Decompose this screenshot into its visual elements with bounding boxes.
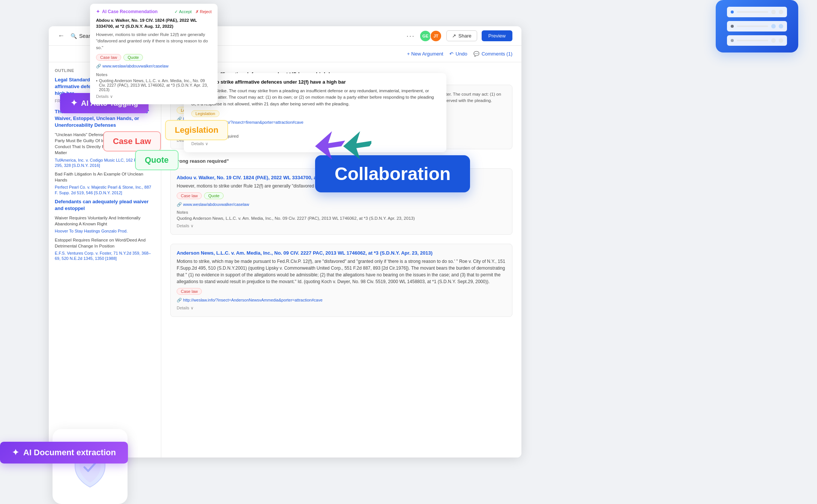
ai-popup-details[interactable]: Details ∨ bbox=[96, 94, 212, 99]
feature-tag-legislation[interactable]: Legislation bbox=[165, 120, 228, 140]
card-dot2 bbox=[731, 25, 734, 28]
more-button[interactable]: ··· bbox=[406, 32, 415, 40]
card-line3 bbox=[737, 40, 768, 41]
comments-button[interactable]: 💬 Comments (1) bbox=[473, 51, 512, 57]
card-line2 bbox=[737, 26, 768, 27]
ai-popup-link[interactable]: 🔗 www.weslaw/abdouvwalker/caselaw bbox=[96, 64, 212, 69]
cite2-details[interactable]: Details ∨ bbox=[177, 306, 506, 310]
ai-tag-caselaw[interactable]: Case law bbox=[96, 54, 121, 61]
shield-card bbox=[53, 429, 128, 504]
card-circle6 bbox=[779, 38, 783, 43]
autotag-sparkle-icon: ✦ bbox=[71, 98, 77, 108]
ai-popup-title: ✦ AI Case Recommendation bbox=[96, 9, 158, 14]
feature-card bbox=[716, 0, 798, 52]
top-bar-right: ··· GE JT ↗ Share Preview bbox=[406, 30, 512, 42]
card-circle2 bbox=[779, 10, 783, 14]
docextract-label: AI Document extraction bbox=[23, 448, 116, 458]
leg-heading: : motions to strike affirmative defences… bbox=[191, 79, 439, 85]
ai-link-icon: 🔗 bbox=[96, 64, 101, 68]
ai-popup-note: • Quoting Anderson News, L.L.C. v. Am. M… bbox=[96, 78, 212, 92]
link-icon3: 🔗 bbox=[177, 298, 182, 302]
cite-text-2: Motions to strike, which may be made pur… bbox=[177, 258, 506, 285]
ai-popup-case: Abdou v. Walker, No. 19 CIV. 1824 (PAE),… bbox=[96, 17, 212, 29]
cite1-tag-row: Case law Quote bbox=[177, 192, 506, 199]
feature-tag-quote[interactable]: Quote bbox=[135, 150, 179, 170]
sidebar-case-4[interactable]: E.F.S. Ventures Corp. v. Foster, 71 N.Y.… bbox=[55, 250, 155, 261]
ai-popup-header: ✦ AI Case Recommendation ✓ Accept ✗ Reje… bbox=[96, 9, 212, 14]
share-icon: ↗ bbox=[452, 33, 456, 39]
leg-tag-row: Legislation bbox=[191, 110, 439, 117]
cursor-arrows bbox=[311, 128, 371, 165]
ai-popup-actions: ✓ Accept ✗ Reject bbox=[174, 9, 212, 14]
docextract-sparkle-icon: ✦ bbox=[12, 448, 19, 458]
svg-marker-0 bbox=[315, 131, 345, 159]
cite-title-2[interactable]: Anderson News, L.L.C. v. Am. Media, Inc.… bbox=[177, 250, 506, 256]
tag-caselaw-2[interactable]: Case law bbox=[177, 288, 202, 295]
sidebar-item-3[interactable]: Waiver Requires Voluntarily And Intentio… bbox=[55, 215, 155, 227]
cite2-tag-row: Case law bbox=[177, 288, 506, 295]
sidebar-case-2[interactable]: Perfect Pearl Co. v. Majestic Pearl & St… bbox=[55, 184, 155, 195]
card-line bbox=[737, 11, 768, 13]
card-dot bbox=[731, 10, 734, 14]
sidebar: Outline Legal Standard is high: motions … bbox=[49, 62, 161, 458]
sidebar-case-3[interactable]: Hoover To Stay Hastings Gonzalo Prod. bbox=[55, 228, 155, 234]
cite-block-2: Anderson News, L.L.C. v. Am. Media, Inc.… bbox=[170, 244, 512, 317]
card-row-3 bbox=[727, 35, 787, 46]
card-circle4 bbox=[779, 24, 783, 28]
ai-tag-quote[interactable]: Quote bbox=[123, 54, 143, 61]
card-row-2 bbox=[727, 21, 787, 32]
undo-icon: ↶ bbox=[449, 51, 454, 57]
card-circle5 bbox=[771, 38, 776, 43]
leg-link[interactable]: 🔗 http://weslaw.info/?insect=fireman&por… bbox=[191, 120, 439, 125]
preview-button[interactable]: Preview bbox=[482, 30, 512, 41]
ai-case-popup: ✦ AI Case Recommendation ✓ Accept ✗ Reje… bbox=[90, 4, 218, 104]
ai-docextract-button[interactable]: ✦ AI Document extraction bbox=[0, 442, 128, 464]
card-circle3 bbox=[771, 24, 776, 28]
card-dot3 bbox=[731, 39, 734, 42]
cite-link-1[interactable]: 🔗 www.weslaw/abdouvwalker/caselaw bbox=[177, 202, 506, 207]
share-button[interactable]: ↗ Share bbox=[446, 30, 477, 41]
card-circle bbox=[771, 10, 776, 14]
bullet-icon: • bbox=[96, 78, 98, 83]
search-icon: 🔍 bbox=[71, 33, 77, 39]
undo-button[interactable]: ↶ Undo bbox=[449, 51, 467, 57]
sparkle-icon: ✦ bbox=[96, 9, 100, 14]
tag-caselaw-1[interactable]: Case law bbox=[177, 192, 202, 199]
outline-section3[interactable]: Defendants can adequately plead waiver a… bbox=[55, 198, 155, 212]
sidebar-item-4[interactable]: Estoppel Requires Reliance on Word/Deed … bbox=[55, 237, 155, 249]
accept-button[interactable]: ✓ Accept bbox=[174, 9, 192, 14]
ai-notes-label: Notes bbox=[96, 72, 212, 77]
sidebar-item-2[interactable]: Bad Faith Litigation Is An Example Of Un… bbox=[55, 171, 155, 183]
leg-tag[interactable]: Legislation bbox=[191, 110, 219, 117]
check-icon: ✓ bbox=[174, 9, 178, 14]
ai-popup-tags: Case law Quote bbox=[96, 54, 212, 61]
ai-popup-text: However, motions to strike under Rule 12… bbox=[96, 32, 212, 51]
avatar-jt: JT bbox=[430, 30, 442, 42]
cite1-notes-label: Notes bbox=[177, 210, 506, 214]
reject-button[interactable]: ✗ Reject bbox=[195, 9, 212, 14]
card-row-1 bbox=[727, 7, 787, 17]
avatar-group: GE JT bbox=[419, 30, 442, 42]
link-icon2: 🔗 bbox=[177, 202, 182, 207]
back-button[interactable]: ← bbox=[58, 32, 65, 40]
comments-icon: 💬 bbox=[473, 51, 479, 57]
leg-text: (f) Motion to Strike. The court may stri… bbox=[191, 88, 439, 107]
x-icon: ✗ bbox=[195, 9, 199, 14]
tag-quote-1[interactable]: Quote bbox=[204, 192, 224, 199]
new-argument-button[interactable]: + New Argument bbox=[407, 51, 443, 57]
feature-tag-caselaw[interactable]: Case Law bbox=[103, 131, 161, 152]
svg-marker-1 bbox=[343, 131, 371, 159]
cite1-details[interactable]: Details ∨ bbox=[177, 224, 506, 228]
cite1-notes: Quoting Anderson News, L.L.C. v. Am. Med… bbox=[177, 216, 506, 220]
cite-link-2[interactable]: 🔗 http://weslaw.info/?insect=AndersonNew… bbox=[177, 298, 506, 303]
